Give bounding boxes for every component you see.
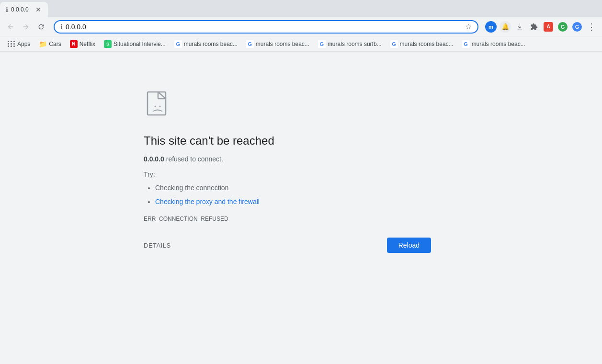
situational-favicon-icon: S [104, 40, 112, 48]
bookmark-google-2[interactable]: G murals rooms beac... [242, 38, 313, 50]
tab-bar: ℹ 0.0.0.0 ✕ [0, 0, 602, 17]
bookmark-situational[interactable]: S Situational Intervie... [100, 38, 170, 50]
address-bar[interactable]: ℹ ☆ [54, 20, 478, 34]
toolbar: ℹ ☆ m 🔔 A [0, 17, 602, 36]
svg-rect-0 [148, 92, 166, 115]
bookmark-google-3[interactable]: G murals rooms surfb... [314, 38, 386, 50]
chrome-window: ℹ 0.0.0.0 ✕ ℹ ☆ m 🔔 [0, 0, 602, 364]
error-subtitle: 0.0.0.0 refused to connect. [144, 155, 431, 163]
error-list: Checking the connection Checking the pro… [144, 182, 431, 208]
google-favicon-1-icon: G [174, 40, 182, 48]
notifications-icon[interactable]: 🔔 [499, 20, 512, 34]
google-favicon-3-icon: G [318, 40, 326, 48]
svg-point-5 [159, 106, 161, 107]
details-button[interactable]: DETAILS [144, 242, 171, 249]
error-sad-page-icon [144, 90, 174, 121]
toolbar-right: m 🔔 A G G [484, 20, 598, 34]
google-favicon-5-icon: G [462, 40, 470, 48]
google-favicon-2-icon: G [246, 40, 254, 48]
error-bullet-1: Checking the connection [155, 182, 431, 194]
bookmark-apps-label: Apps [17, 41, 30, 47]
bookmark-google-2-label: murals rooms beac... [256, 41, 309, 47]
bookmark-google-4[interactable]: G murals rooms beac... [386, 38, 457, 50]
bookmark-netflix[interactable]: N Netflix [66, 38, 99, 50]
bookmark-google-1[interactable]: G murals rooms beac... [170, 38, 241, 50]
more-menu-button[interactable]: ⋮ [585, 20, 598, 34]
bookmark-star-icon[interactable]: ☆ [465, 22, 472, 31]
error-title: This site can't be reached [144, 134, 431, 148]
bookmark-google-1-label: murals rooms beac... [184, 41, 238, 47]
security-icon: ℹ [60, 23, 63, 31]
google-favicon-4-icon: G [390, 40, 398, 48]
page-content: This site can't be reached 0.0.0.0 refus… [0, 52, 602, 364]
tab-info-icon: ℹ [6, 6, 8, 13]
active-tab[interactable]: ℹ 0.0.0.0 ✕ [0, 2, 48, 17]
bookmark-google-5[interactable]: G murals rooms beac... [458, 38, 529, 50]
folder-icon: 📁 [39, 40, 47, 48]
error-subtitle-suffix: refused to connect. [164, 155, 223, 163]
extension-2-icon[interactable]: G [556, 20, 569, 34]
netflix-favicon-icon: N [70, 40, 78, 48]
url-input[interactable] [66, 23, 462, 31]
svg-line-1 [158, 92, 166, 99]
apps-grid-icon [8, 41, 15, 47]
bookmark-google-4-label: murals rooms beac... [400, 41, 454, 47]
reload-page-button[interactable]: Reload [387, 238, 431, 253]
profile-m-icon[interactable]: m [484, 20, 498, 34]
bookmark-situational-label: Situational Intervie... [114, 41, 166, 47]
tab-title: 0.0.0.0 [11, 6, 32, 13]
reload-button[interactable] [34, 20, 48, 34]
svg-point-4 [155, 106, 156, 107]
bookmark-cars-label: Cars [49, 41, 61, 47]
error-actions: DETAILS Reload [144, 238, 431, 253]
error-container: This site can't be reached 0.0.0.0 refus… [144, 90, 431, 253]
proxy-firewall-link[interactable]: Checking the proxy and the firewall [155, 198, 260, 205]
extensions-icon[interactable] [527, 20, 541, 34]
try-label: Try: [144, 171, 431, 178]
error-ip: 0.0.0.0 [144, 155, 164, 163]
back-button[interactable] [4, 20, 17, 34]
tab-close-button[interactable]: ✕ [34, 6, 42, 13]
extension-3-icon[interactable]: G [570, 20, 584, 34]
error-code: ERR_CONNECTION_REFUSED [144, 216, 431, 222]
bookmark-netflix-label: Netflix [80, 41, 95, 47]
bookmark-cars[interactable]: 📁 Cars [35, 38, 65, 50]
downloads-icon[interactable] [513, 20, 526, 34]
error-bullet-2: Checking the proxy and the firewall [155, 196, 431, 208]
bookmark-google-3-label: murals rooms surfb... [328, 41, 382, 47]
forward-button[interactable] [19, 20, 33, 34]
bookmark-google-5-label: murals rooms beac... [472, 41, 525, 47]
extension-1-icon[interactable]: A [542, 20, 555, 34]
bookmark-apps[interactable]: Apps [4, 39, 34, 49]
bookmarks-bar: Apps 📁 Cars N Netflix S Situational Inte… [0, 36, 602, 52]
